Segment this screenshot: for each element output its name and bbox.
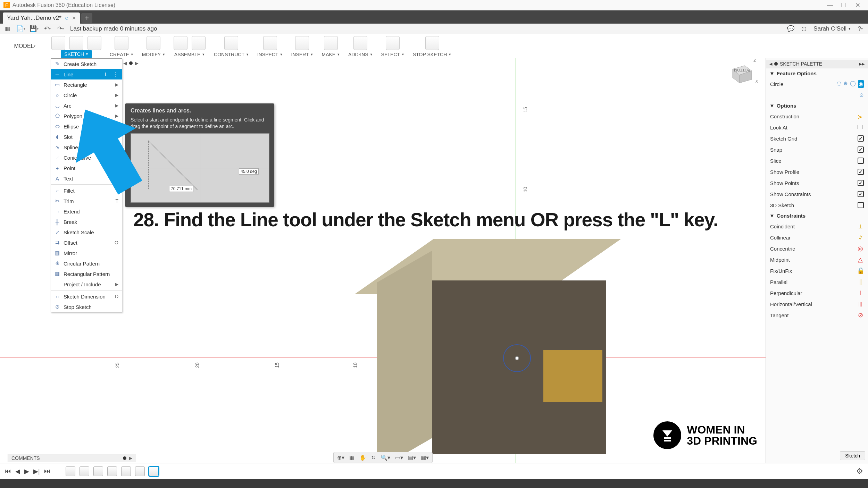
- nav-tool-icon[interactable]: ▦: [349, 454, 354, 461]
- constraint-icon[interactable]: ⫽: [857, 234, 864, 241]
- constraint-icon[interactable]: ⟂: [857, 223, 864, 230]
- nav-tool-icon[interactable]: ⊕▾: [337, 454, 344, 461]
- comments-panel-header[interactable]: COMMENTS ▶: [8, 454, 136, 462]
- menu-item-sketch-scale[interactable]: ⤢Sketch Scale: [51, 227, 122, 237]
- menu-item-rectangle[interactable]: ▭Rectangle▶: [51, 79, 122, 90]
- menu-item-offset[interactable]: ⇉OffsetO: [51, 237, 122, 248]
- option-checkbox[interactable]: [858, 169, 864, 175]
- ribbon-tool-icon[interactable]: [295, 36, 309, 50]
- menu-item-break[interactable]: ╫Break: [51, 217, 122, 227]
- option-icon[interactable]: ≻: [858, 113, 864, 119]
- tab-close-button[interactable]: ×: [72, 15, 76, 22]
- ribbon-tool-icon[interactable]: [192, 36, 206, 50]
- circle-type-icon[interactable]: ⊙: [859, 92, 864, 98]
- nav-tool-icon[interactable]: ▦▾: [421, 454, 429, 461]
- undo-icon[interactable]: ↶: [44, 25, 51, 32]
- constraint-icon[interactable]: ⫼: [857, 301, 864, 308]
- ribbon-group-label[interactable]: INSPECT ▼: [257, 51, 283, 58]
- timeline-feature[interactable]: [66, 466, 75, 476]
- ribbon-tool-icon[interactable]: [51, 36, 65, 50]
- ribbon-tool-icon[interactable]: [425, 36, 439, 50]
- redo-icon[interactable]: ↷: [57, 25, 64, 32]
- option-checkbox[interactable]: [858, 202, 864, 208]
- new-tab-button[interactable]: +: [81, 13, 92, 23]
- constraint-parallel[interactable]: Parallel∥: [766, 276, 868, 287]
- workspace-switcher[interactable]: MODEL: [3, 34, 47, 58]
- menu-item-extend[interactable]: →Extend: [51, 206, 122, 217]
- constraint-icon[interactable]: 🔒: [857, 267, 864, 275]
- timeline-play-button[interactable]: ▶: [24, 468, 29, 475]
- comments-collapse-icon[interactable]: [123, 456, 126, 460]
- sketch-origin-point[interactable]: [515, 356, 519, 360]
- constraint-midpoint[interactable]: Midpoint△: [766, 254, 868, 265]
- cube-left-face[interactable]: [377, 251, 432, 463]
- timeline-feature[interactable]: [121, 466, 131, 476]
- ribbon-group-label[interactable]: STOP SKETCH ▼: [413, 51, 451, 58]
- ribbon-tool-icon[interactable]: [147, 36, 160, 50]
- constraint-perpendicular[interactable]: Perpendicular⊥: [766, 287, 868, 298]
- help-icon[interactable]: ?: [857, 25, 864, 32]
- timeline-end-button[interactable]: ⏭: [44, 468, 50, 475]
- ribbon-tool-icon[interactable]: [69, 36, 83, 50]
- ribbon-group-label[interactable]: CREATE ▼: [110, 51, 134, 58]
- ribbon-tool-icon[interactable]: [115, 36, 128, 50]
- document-tab[interactable]: Yard Yah...Demo v2* ○ ×: [3, 12, 80, 24]
- save-icon[interactable]: 💾: [31, 25, 37, 32]
- ribbon-tool-icon[interactable]: [87, 36, 101, 50]
- extensions-icon[interactable]: 💬: [787, 25, 794, 32]
- circle-type-icon[interactable]: ◯: [850, 80, 856, 88]
- palette-section-feature-options[interactable]: ▼ Feature Options: [766, 68, 868, 78]
- constraint-tangent[interactable]: Tangent⊘: [766, 310, 868, 321]
- maximize-button[interactable]: ☐: [837, 1, 851, 9]
- data-panel-icon[interactable]: ▦: [4, 25, 11, 32]
- timeline-feature[interactable]: [149, 466, 159, 476]
- sketch-plane[interactable]: [543, 350, 602, 402]
- ribbon-group-label[interactable]: MODIFY ▼: [142, 51, 165, 58]
- constraint-icon[interactable]: △: [857, 256, 864, 263]
- option-icon[interactable]: [858, 124, 864, 131]
- constraint-horizontal-vertical[interactable]: Horizontal/Vertical⫼: [766, 298, 868, 310]
- option-checkbox[interactable]: [858, 191, 864, 197]
- constraint-icon[interactable]: ⊘: [857, 311, 864, 319]
- circle-type-icon[interactable]: ⊕: [843, 80, 848, 88]
- model-body[interactable]: [377, 239, 592, 454]
- ribbon-tool-icon[interactable]: [324, 36, 338, 50]
- nav-tool-icon[interactable]: ▤▾: [408, 454, 416, 461]
- close-window-button[interactable]: ✕: [851, 1, 865, 9]
- constraint-concentric[interactable]: Concentric◎: [766, 243, 868, 254]
- timeline-next-button[interactable]: ▶|: [33, 468, 40, 475]
- constraint-collinear[interactable]: Collinear⫽: [766, 232, 868, 243]
- menu-item-create-sketch[interactable]: ✎Create Sketch: [51, 59, 122, 69]
- constraint-fix-unfix[interactable]: Fix/UnFix🔒: [766, 265, 868, 276]
- ribbon-tool-icon[interactable]: [174, 36, 187, 50]
- ribbon-group-label[interactable]: ASSEMBLE ▼: [174, 51, 205, 58]
- nav-tool-icon[interactable]: ▭▾: [395, 454, 403, 461]
- menu-item-circular-pattern[interactable]: ✳Circular Pattern: [51, 258, 122, 269]
- minimize-button[interactable]: —: [823, 1, 837, 9]
- option-checkbox[interactable]: [858, 180, 864, 186]
- ribbon-group-label[interactable]: CONSTRUCT ▼: [214, 51, 249, 58]
- menu-item-stop-sketch[interactable]: ⊘Stop Sketch: [51, 302, 122, 312]
- view-cube[interactable]: Z X BOTTOM: [726, 60, 755, 85]
- timeline-feature[interactable]: [107, 466, 117, 476]
- timeline-feature[interactable]: [93, 466, 103, 476]
- ribbon-tool-icon[interactable]: [386, 36, 400, 50]
- constraint-coincident[interactable]: Coincident⟂: [766, 221, 868, 232]
- timeline-start-button[interactable]: ⏮: [5, 468, 11, 475]
- menu-item-project-include[interactable]: Project / Include▶: [51, 279, 122, 289]
- palette-title[interactable]: ◀ SKETCH PALETTE ▶▶: [766, 60, 868, 68]
- ribbon-tool-icon[interactable]: [224, 36, 238, 50]
- palette-section-constraints[interactable]: ▼ Constraints: [766, 211, 868, 221]
- circle-type-icon[interactable]: ◌: [837, 80, 841, 88]
- timeline-prev-button[interactable]: ◀: [15, 468, 20, 475]
- timeline-feature[interactable]: [135, 466, 145, 476]
- nav-tool-icon[interactable]: ✋: [359, 454, 366, 461]
- ribbon-group-label[interactable]: ADD-INS ▼: [348, 51, 373, 58]
- constraint-icon[interactable]: ∥: [857, 278, 864, 286]
- ribbon-tool-icon[interactable]: [263, 36, 277, 50]
- constraint-icon[interactable]: ◎: [857, 245, 864, 252]
- menu-item-sketch-dimension[interactable]: ↔Sketch DimensionD: [51, 291, 122, 302]
- user-menu[interactable]: Sarah O'Sell▾: [813, 25, 851, 32]
- palette-section-options[interactable]: ▼ Options: [766, 101, 868, 111]
- ribbon-group-label[interactable]: SELECT ▼: [381, 51, 404, 58]
